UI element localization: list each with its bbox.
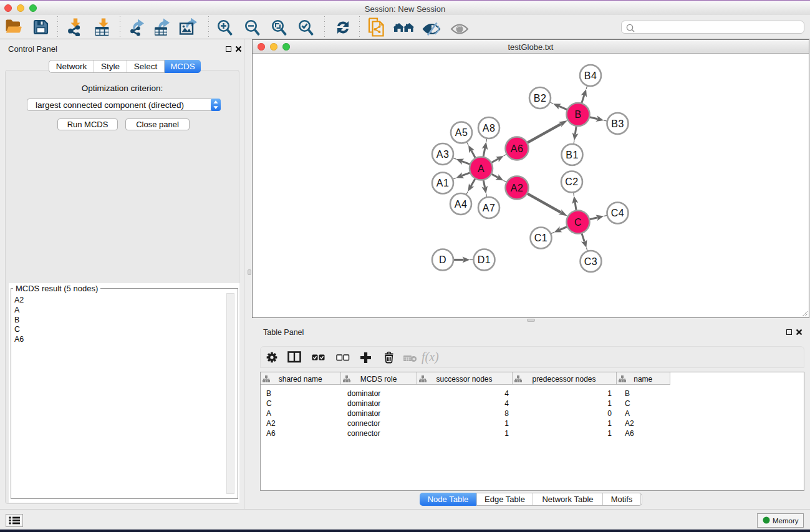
- svg-text:A7: A7: [483, 202, 496, 213]
- svg-text:A8: A8: [483, 122, 496, 133]
- svg-text:C4: C4: [611, 208, 624, 218]
- svg-text:A1: A1: [436, 178, 450, 188]
- svg-text:B1: B1: [566, 149, 579, 160]
- svg-text:B2: B2: [534, 92, 547, 103]
- svg-text:C1: C1: [534, 233, 547, 243]
- svg-text:D1: D1: [478, 254, 491, 265]
- svg-text:B3: B3: [611, 118, 624, 128]
- svg-text:A2: A2: [511, 182, 524, 193]
- svg-text:C: C: [574, 216, 582, 227]
- svg-text:A6: A6: [511, 143, 524, 153]
- svg-text:A5: A5: [455, 127, 468, 138]
- svg-text:C2: C2: [565, 177, 578, 187]
- svg-text:C3: C3: [584, 256, 597, 266]
- svg-text:B4: B4: [584, 70, 597, 80]
- svg-text:A4: A4: [455, 198, 468, 209]
- svg-text:A3: A3: [436, 148, 450, 159]
- svg-text:A: A: [478, 163, 485, 173]
- svg-text:B: B: [574, 109, 581, 120]
- svg-text:D: D: [439, 254, 446, 265]
